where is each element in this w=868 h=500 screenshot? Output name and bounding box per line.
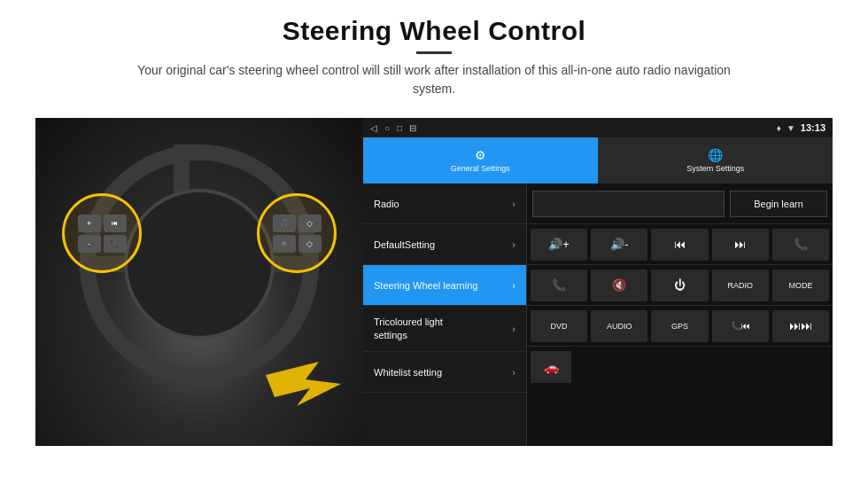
arrow-indicator: [257, 357, 345, 419]
menu-list: Radio › DefaultSetting › Steering Wheel …: [363, 184, 527, 446]
phone-prev-button[interactable]: 📞⏮: [712, 310, 769, 342]
android-panel: ◁ ○ □ ⊟ ♦ ▼ 13:13 ⚙ General Settings: [363, 118, 833, 446]
system-settings-icon: 🌐: [708, 148, 723, 162]
gps-button[interactable]: GPS: [651, 310, 708, 342]
sw-btn-r4: ◇: [298, 235, 322, 253]
prev-track-button[interactable]: ⏮: [651, 229, 708, 261]
general-settings-icon: ⚙: [475, 148, 486, 162]
chevron-icon-whitelist: ›: [512, 367, 515, 378]
page-container: Steering Wheel Control Your original car…: [0, 0, 868, 500]
chevron-icon-tricolour: ›: [512, 324, 515, 334]
title-section: Steering Wheel Control Your original car…: [133, 16, 735, 98]
settings-tabs: ⚙ General Settings 🌐 System Settings: [363, 137, 833, 184]
steering-wheel-panel: + ⏮ - 📞 🎵 ◇ ○ ◇: [35, 118, 363, 446]
tab-general-settings[interactable]: ⚙ General Settings: [363, 137, 598, 184]
phone-prev-icon: 📞⏮: [731, 321, 750, 331]
radio-label: RADIO: [727, 281, 753, 290]
menu-steering-label: Steering Wheel learning: [374, 280, 477, 291]
status-time: 13:13: [801, 122, 825, 133]
next-track-icon: ⏭: [734, 238, 746, 251]
location-icon: ♦: [777, 123, 781, 133]
title-divider: [416, 51, 452, 54]
chevron-icon-default: ›: [512, 239, 515, 250]
sw-btn-plus: +: [78, 215, 101, 232]
menu-tricolour-label: Tricoloured light settings: [374, 316, 443, 341]
skip-icon: ⏭⏭: [789, 319, 812, 332]
status-right: ♦ ▼ 13:13: [777, 122, 825, 133]
nav-icons: ◁ ○ □ ⊟: [370, 123, 416, 133]
back-icon[interactable]: ◁: [370, 123, 377, 133]
sw-center-hub: [124, 189, 275, 340]
phone-hangup-button[interactable]: 📞: [531, 270, 587, 301]
mode-button[interactable]: MODE: [772, 270, 829, 301]
phone-answer-icon: 📞: [794, 238, 808, 251]
home-icon[interactable]: ○: [384, 123, 390, 133]
mode-label: MODE: [788, 281, 812, 290]
svg-marker-0: [266, 362, 341, 406]
recents-icon[interactable]: □: [397, 123, 402, 133]
dvd-button[interactable]: DVD: [531, 310, 587, 342]
sw-btn-r3: ○: [273, 235, 296, 253]
status-bar: ◁ ○ □ ⊟ ♦ ▼ 13:13: [363, 118, 833, 137]
menu-item-radio[interactable]: Radio ›: [363, 184, 526, 224]
vol-up-button[interactable]: 🔊+: [531, 229, 587, 261]
menu-item-default-setting[interactable]: DefaultSetting ›: [363, 224, 526, 265]
radio-input-display: [532, 191, 725, 217]
phone-answer-button[interactable]: 📞: [772, 229, 829, 261]
power-button[interactable]: ⏻: [651, 270, 708, 301]
menu-default-label: DefaultSetting: [374, 239, 435, 250]
audio-label: AUDIO: [607, 322, 632, 331]
audio-button[interactable]: AUDIO: [591, 310, 647, 342]
menu-content: Radio › DefaultSetting › Steering Wheel …: [363, 184, 833, 446]
page-title: Steering Wheel Control: [133, 16, 735, 46]
menu-icon[interactable]: ⊟: [409, 123, 416, 133]
mute-icon: 🔇: [612, 278, 626, 292]
chevron-icon-radio: ›: [512, 199, 515, 209]
control-row-1: 🔊+ 🔊- ⏮ ⏭ 📞: [527, 224, 833, 265]
sw-btn-r2: ◇: [298, 215, 322, 232]
right-button-cluster: 🎵 ◇ ○ ◇: [257, 193, 337, 273]
control-row-4: 🚗: [527, 347, 833, 387]
vol-down-icon: 🔊-: [610, 238, 628, 251]
dvd-label: DVD: [551, 322, 568, 331]
begin-learn-button[interactable]: Begin learn: [730, 191, 827, 217]
chevron-icon-steering: ›: [512, 280, 515, 291]
control-row-3: DVD AUDIO GPS 📞⏮ ⏭⏭: [527, 306, 833, 347]
control-panel: Begin learn 🔊+ 🔊- ⏮: [527, 184, 833, 446]
tab-system-settings[interactable]: 🌐 System Settings: [598, 137, 833, 184]
radio-control-row: Begin learn: [527, 184, 833, 224]
sw-btn-call: 📞: [104, 235, 127, 253]
prev-track-icon: ⏮: [674, 238, 686, 251]
power-icon: ⏻: [674, 278, 686, 292]
mute-button[interactable]: 🔇: [591, 270, 647, 301]
menu-item-whitelist[interactable]: Whitelist setting ›: [363, 352, 526, 393]
tab-system-label: System Settings: [686, 164, 744, 173]
menu-radio-label: Radio: [374, 199, 399, 209]
whitelist-icon-button[interactable]: 🚗: [531, 351, 571, 383]
wifi-icon: ▼: [787, 123, 795, 133]
whitelist-icon: 🚗: [544, 360, 559, 374]
content-area: + ⏮ - 📞 🎵 ◇ ○ ◇: [35, 118, 833, 446]
sw-btn-minus: -: [78, 235, 101, 253]
left-button-cluster: + ⏮ - 📞: [62, 193, 142, 273]
radio-button[interactable]: RADIO: [712, 270, 769, 301]
sw-btn-r1: 🎵: [273, 215, 296, 232]
phone-hangup-icon: 📞: [552, 278, 566, 292]
vol-up-icon: 🔊+: [548, 238, 570, 251]
menu-item-tricolour[interactable]: Tricoloured light settings ›: [363, 306, 526, 352]
menu-whitelist-label: Whitelist setting: [374, 367, 442, 378]
page-subtitle: Your original car's steering wheel contr…: [133, 61, 735, 98]
gps-label: GPS: [671, 322, 688, 331]
sw-btn-mode: ⏮: [104, 215, 127, 232]
control-row-2: 📞 🔇 ⏻ RADIO MODE: [527, 265, 833, 306]
tab-general-label: General Settings: [451, 164, 510, 173]
menu-item-steering-wheel[interactable]: Steering Wheel learning ›: [363, 265, 526, 306]
skip-button[interactable]: ⏭⏭: [772, 310, 829, 342]
vol-down-button[interactable]: 🔊-: [591, 229, 647, 261]
next-track-button[interactable]: ⏭: [712, 229, 769, 261]
